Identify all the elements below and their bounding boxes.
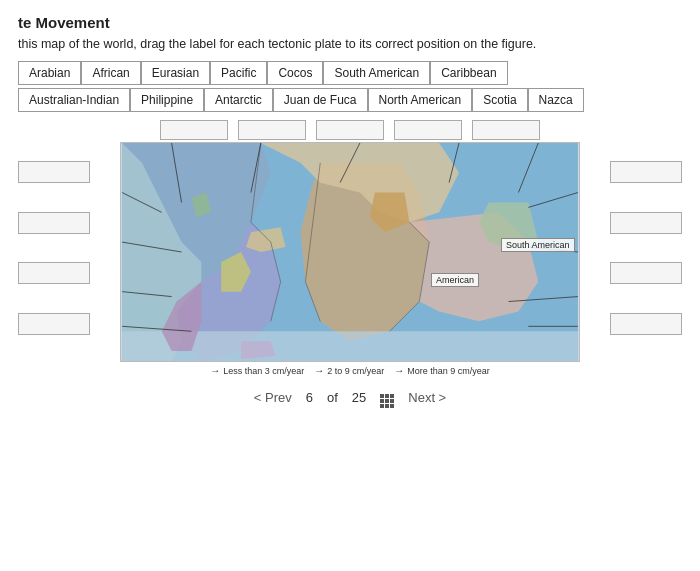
- label-cocos[interactable]: Cocos: [267, 61, 323, 85]
- legend-item-2: → 2 to 9 cm/year: [314, 365, 384, 376]
- page-container: te Movement this map of the world, drag …: [0, 0, 700, 571]
- legend-item-3: → More than 9 cm/year: [394, 365, 490, 376]
- label-philippine[interactable]: Philippine: [130, 88, 204, 112]
- map-image-area: American South American: [120, 142, 580, 362]
- label-eurasian[interactable]: Eurasian: [141, 61, 210, 85]
- label-pacific[interactable]: Pacific: [210, 61, 267, 85]
- map-svg: [121, 143, 579, 361]
- legend-label-1: Less than 3 cm/year: [223, 366, 304, 376]
- label-caribbean[interactable]: Caribbean: [430, 61, 507, 85]
- dropzone-left-2[interactable]: [18, 212, 90, 234]
- next-button[interactable]: Next >: [408, 390, 446, 405]
- page-title: te Movement: [18, 14, 682, 31]
- dropzone-top-2[interactable]: [238, 120, 306, 140]
- top-dropzones: [160, 120, 540, 140]
- legend-label-2: 2 to 9 cm/year: [327, 366, 384, 376]
- label-north-american[interactable]: North American: [368, 88, 473, 112]
- label-nazca[interactable]: Nazca: [528, 88, 584, 112]
- label-australian-indian[interactable]: Australian-Indian: [18, 88, 130, 112]
- legend-item-1: → Less than 3 cm/year: [210, 365, 304, 376]
- dropzone-right-1[interactable]: [610, 161, 682, 183]
- labels-row-2: Australian-Indian Philippine Antarctic J…: [18, 88, 682, 112]
- left-dropzones: [18, 120, 90, 376]
- label-arabian[interactable]: Arabian: [18, 61, 81, 85]
- dropzone-top-1[interactable]: [160, 120, 228, 140]
- map-section: American South American → Less than 3 cm…: [18, 120, 682, 376]
- dropzone-right-3[interactable]: [610, 262, 682, 284]
- page-current: 6: [306, 390, 313, 405]
- instruction-text: this map of the world, drag the label fo…: [18, 37, 682, 51]
- dropzone-left-1[interactable]: [18, 161, 90, 183]
- map-center: American South American → Less than 3 cm…: [96, 120, 604, 376]
- dropzone-top-4[interactable]: [394, 120, 462, 140]
- dropzone-right-4[interactable]: [610, 313, 682, 335]
- label-south-american[interactable]: South American: [323, 61, 430, 85]
- page-separator: of: [327, 390, 338, 405]
- grid-icon-inner: [380, 394, 394, 408]
- labels-row-1: Arabian African Eurasian Pacific Cocos S…: [18, 61, 682, 85]
- dropzone-left-3[interactable]: [18, 262, 90, 284]
- label-juan-de-fuca[interactable]: Juan de Fuca: [273, 88, 368, 112]
- legend-arrow-1: →: [210, 365, 220, 376]
- legend-arrow-2: →: [314, 365, 324, 376]
- label-african[interactable]: African: [81, 61, 140, 85]
- dropzone-right-2[interactable]: [610, 212, 682, 234]
- dropzone-top-3[interactable]: [316, 120, 384, 140]
- grid-icon[interactable]: [380, 386, 394, 408]
- right-dropzones: [610, 120, 682, 376]
- label-antarctic[interactable]: Antarctic: [204, 88, 273, 112]
- label-scotia[interactable]: Scotia: [472, 88, 527, 112]
- dropzone-top-5[interactable]: [472, 120, 540, 140]
- page-total: 25: [352, 390, 366, 405]
- dropzone-left-4[interactable]: [18, 313, 90, 335]
- prev-button[interactable]: < Prev: [254, 390, 292, 405]
- pagination: < Prev 6 of 25 Next >: [18, 386, 682, 408]
- legend-label-3: More than 9 cm/year: [407, 366, 490, 376]
- map-legend: → Less than 3 cm/year → 2 to 9 cm/year →…: [210, 365, 490, 376]
- legend-arrow-3: →: [394, 365, 404, 376]
